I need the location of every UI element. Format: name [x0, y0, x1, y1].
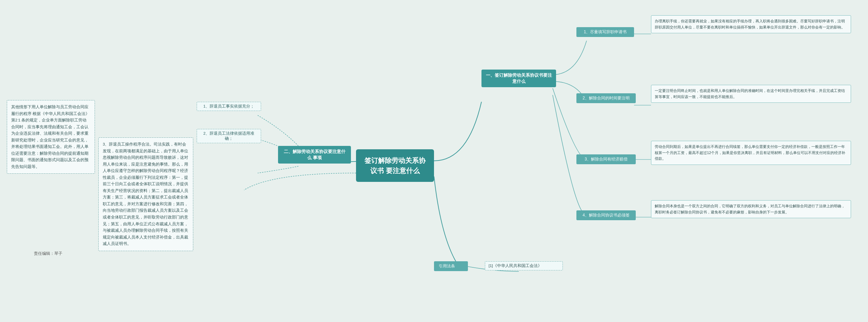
middle-sub2: 2、辞退员工法律依据适用准确； — [197, 129, 261, 143]
right-leaf4: 解除合同本身也是一个双方之间的合同，它明确了双方的权利和义务，对员工与单位解除合… — [651, 200, 851, 218]
mindmap-container: 签订解除劳动关系协议书 要注意什么 一、签订解除劳动关系协议书要注 意什么 1、… — [0, 0, 868, 322]
right-leaf2: 一定要注明合同终止时间，也就是和用人单位解除合同的准确时间，在这个时间里办理完相… — [651, 85, 851, 103]
right-main-branch: 一、签订解除劳动关系协议书要注 意什么 — [481, 70, 556, 87]
right-sub2-node: 2、解除合同的时间要注明 — [576, 93, 636, 103]
right-sub4-node: 4、解除合同协议书必须签 — [576, 210, 636, 220]
left-text-block: 其他情形下用人单位解除与员工劳动合同应履行的程序 根据《中华人民共和国工会法》第… — [7, 100, 95, 174]
right-sub3-node: 3、解除合同有经济赔偿 — [576, 154, 636, 164]
central-node: 签订解除劳动关系协议书 要注意什么 — [356, 149, 434, 182]
cite-text: [1]《中华人民共和国工会法》 — [485, 261, 563, 270]
middle-branch: 二、解除劳动关系协议要注意什么 事项 — [278, 146, 351, 164]
middle-sub1: 1、辞退员工事实依据充分； — [197, 102, 261, 111]
cite-node: 引用法条 — [434, 261, 468, 271]
right-leaf1: 办理离职手续，你还需要再就业，如果没有相应的手续办理，再入职将会遇到很多困难。尽… — [651, 15, 851, 33]
right-leaf3: 劳动合同到期后，如果是单位提出不再进行合同续签，那么单位需要支付你一定的经济补偿… — [651, 141, 851, 165]
editor-note: 责任编辑：琴子 — [34, 251, 62, 256]
middle-sub3-text: 3、辞退员工操作程序合法。司法实践，有时会发现，在前两项都满足的基础上，由于用人… — [98, 137, 193, 251]
right-sub1-node: 1、尽量填写辞职申请书 — [576, 27, 634, 37]
